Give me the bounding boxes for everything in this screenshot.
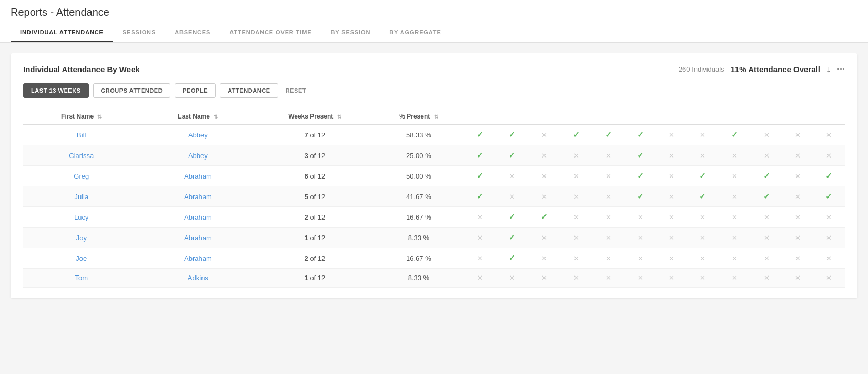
week-3-cell: ✕ — [528, 228, 560, 248]
x-icon: ✕ — [605, 213, 611, 221]
x-icon: ✕ — [669, 213, 674, 221]
x-icon: ✕ — [732, 254, 738, 262]
x-icon: ✕ — [700, 152, 705, 160]
week-8-cell: ✓ — [687, 186, 719, 207]
weeks-present-cell: 7 of 12 — [256, 125, 374, 145]
x-icon: ✕ — [826, 152, 832, 160]
week-7-cell: ✕ — [657, 145, 687, 166]
week-1-cell: ✓ — [464, 166, 496, 186]
col-week-6 — [624, 109, 657, 125]
check-icon: ✓ — [699, 192, 706, 201]
week-5-cell: ✓ — [592, 125, 624, 145]
x-icon: ✕ — [732, 274, 738, 282]
check-icon: ✓ — [477, 192, 483, 201]
col-weeks-present[interactable]: Weeks Present ⇅ — [256, 109, 374, 125]
week-4-cell: ✓ — [560, 125, 592, 145]
last-name-cell[interactable]: Abbey — [140, 125, 257, 145]
first-name-cell[interactable]: Greg — [23, 166, 140, 186]
x-icon: ✕ — [795, 131, 801, 139]
tab-bar: INDIVIDUAL ATTENDANCE SESSIONS ABSENCES … — [11, 24, 857, 42]
last-name-cell[interactable]: Abbey — [140, 145, 257, 166]
week-1-cell: ✕ — [464, 269, 496, 288]
week-9-cell: ✕ — [719, 166, 751, 186]
week-2-cell: ✕ — [496, 269, 528, 288]
filter-last-13-weeks[interactable]: LAST 13 WEEKS — [23, 83, 89, 98]
sort-first-name-icon[interactable]: ⇅ — [97, 114, 102, 120]
week-2-cell: ✓ — [496, 228, 528, 248]
weeks-present-cell: 1 of 12 — [256, 269, 374, 288]
tab-attendance-over-time[interactable]: ATTENDANCE OVER TIME — [220, 24, 321, 42]
last-name-cell[interactable]: Abraham — [140, 228, 257, 248]
week-12-cell: ✕ — [813, 145, 845, 166]
filter-groups-attended[interactable]: GROUPS ATTENDED — [93, 83, 171, 98]
first-name-cell[interactable]: Lucy — [23, 207, 140, 228]
percent-cell: 8.33 % — [374, 269, 464, 288]
last-name-cell[interactable]: Abraham — [140, 186, 257, 207]
first-name-cell[interactable]: Joe — [23, 248, 140, 269]
col-last-name[interactable]: Last Name ⇅ — [140, 109, 257, 125]
attendance-table: First Name ⇅ Last Name ⇅ Weeks Present ⇅ — [23, 109, 845, 288]
last-name-cell[interactable]: Adkins — [140, 269, 257, 288]
individuals-count: 260 Individuals — [679, 65, 724, 73]
sort-percent-icon[interactable]: ⇅ — [434, 114, 438, 120]
check-icon: ✓ — [637, 151, 644, 160]
last-name-cell[interactable]: Abraham — [140, 248, 257, 269]
more-options-icon[interactable]: ··· — [837, 64, 845, 75]
check-icon: ✓ — [731, 130, 738, 139]
col-percent-present[interactable]: % Present ⇅ — [374, 109, 464, 125]
download-icon[interactable]: ↓ — [826, 65, 831, 74]
col-week-5 — [592, 109, 624, 125]
week-4-cell: ✕ — [560, 207, 592, 228]
tab-by-session[interactable]: BY SESSION — [321, 24, 380, 42]
first-name-cell[interactable]: Tom — [23, 269, 140, 288]
col-week-1 — [464, 109, 496, 125]
week-7-cell: ✕ — [657, 228, 687, 248]
first-name-cell[interactable]: Julia — [23, 186, 140, 207]
week-11-cell: ✕ — [783, 269, 813, 288]
sort-last-name-icon[interactable]: ⇅ — [214, 114, 218, 120]
week-6-cell: ✓ — [624, 125, 657, 145]
col-week-2 — [496, 109, 528, 125]
x-icon: ✕ — [605, 234, 611, 242]
week-10-cell: ✓ — [751, 166, 783, 186]
x-icon: ✕ — [764, 152, 770, 160]
x-icon: ✕ — [573, 213, 579, 221]
week-6-cell: ✕ — [624, 248, 657, 269]
x-icon: ✕ — [541, 172, 547, 180]
week-8-cell: ✕ — [687, 145, 719, 166]
week-5-cell: ✕ — [592, 145, 624, 166]
last-name-cell[interactable]: Abraham — [140, 166, 257, 186]
percent-cell: 25.00 % — [374, 145, 464, 166]
week-1-cell: ✕ — [464, 228, 496, 248]
check-icon: ✓ — [477, 151, 483, 160]
week-10-cell: ✕ — [751, 207, 783, 228]
sort-weeks-icon[interactable]: ⇅ — [337, 114, 341, 120]
check-icon: ✓ — [477, 171, 483, 180]
week-9-cell: ✕ — [719, 207, 751, 228]
tab-sessions[interactable]: SESSIONS — [113, 24, 165, 42]
col-week-3 — [528, 109, 560, 125]
reset-button[interactable]: RESET — [282, 84, 309, 97]
x-icon: ✕ — [573, 274, 579, 282]
week-8-cell: ✓ — [687, 166, 719, 186]
week-2-cell: ✓ — [496, 248, 528, 269]
col-first-name[interactable]: First Name ⇅ — [23, 109, 140, 125]
week-2-cell: ✕ — [496, 166, 528, 186]
filter-people[interactable]: PEOPLE — [175, 83, 216, 98]
tab-by-aggregate[interactable]: BY AGGREGATE — [380, 24, 450, 42]
tab-individual-attendance[interactable]: INDIVIDUAL ATTENDANCE — [11, 24, 113, 42]
check-icon: ✓ — [825, 171, 832, 180]
filter-attendance[interactable]: ATTENDANCE — [220, 83, 278, 98]
last-name-cell[interactable]: Abraham — [140, 207, 257, 228]
tab-absences[interactable]: ABSENCES — [165, 24, 220, 42]
x-icon: ✕ — [541, 254, 547, 262]
week-1-cell: ✓ — [464, 125, 496, 145]
x-icon: ✕ — [573, 193, 579, 201]
first-name-cell[interactable]: Joy — [23, 228, 140, 248]
first-name-cell[interactable]: Bill — [23, 125, 140, 145]
table-row: JoeAbraham2 of 1216.67 %✕✓✕✕✕✕✕✕✕✕✕✕ — [23, 248, 845, 269]
week-10-cell: ✕ — [751, 145, 783, 166]
week-1-cell: ✕ — [464, 207, 496, 228]
week-6-cell: ✕ — [624, 228, 657, 248]
first-name-cell[interactable]: Clarissa — [23, 145, 140, 166]
